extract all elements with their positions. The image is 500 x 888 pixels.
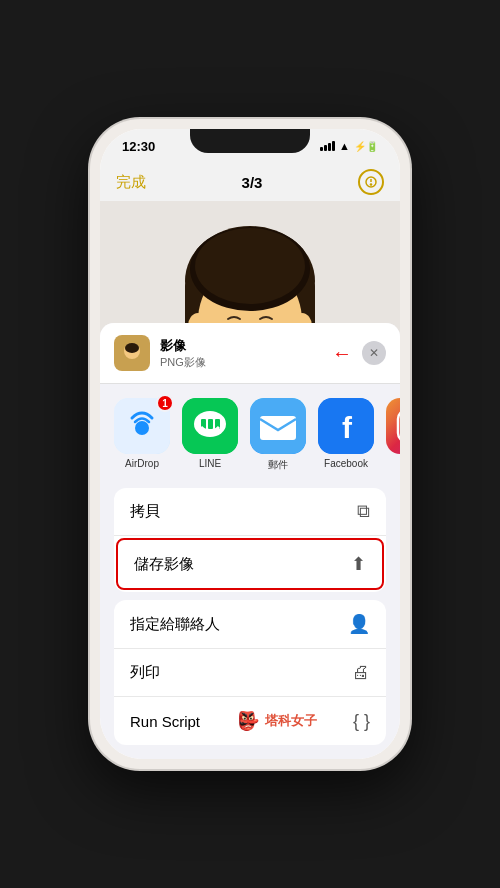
facebook-icon: f <box>318 398 374 454</box>
person-icon: 👤 <box>348 613 370 635</box>
action-save-image[interactable]: 儲存影像 ⬆ <box>116 538 384 590</box>
app-item-instagram[interactable]: Ins <box>386 398 400 472</box>
wifi-icon: ▲ <box>339 140 350 152</box>
svg-rect-18 <box>208 419 213 429</box>
nav-bar: 完成 3/3 <box>100 163 400 201</box>
share-header: 影像 PNG影像 ← ✕ <box>100 323 400 384</box>
svg-point-12 <box>125 343 139 353</box>
braces-icon: { } <box>353 711 370 732</box>
line-icon <box>182 398 238 454</box>
mail-label: 郵件 <box>268 458 288 472</box>
done-button[interactable]: 完成 <box>116 173 146 192</box>
action-list-2: 指定給聯絡人 👤 列印 🖨 Run Script 👺 塔科女子 { } <box>114 600 386 745</box>
instagram-icon <box>386 398 400 454</box>
svg-rect-21 <box>260 416 296 440</box>
share-thumbnail <box>114 335 150 371</box>
action-print[interactable]: 列印 🖨 <box>114 649 386 697</box>
phone-screen: 12:30 ▲ ⚡🔋 完成 3/3 <box>100 129 400 759</box>
status-time: 12:30 <box>122 139 155 154</box>
share-file-subtitle: PNG影像 <box>160 355 318 370</box>
red-arrow-indicator: ← <box>332 342 352 365</box>
svg-text:f: f <box>342 411 353 444</box>
app-item-line[interactable]: LINE <box>182 398 238 472</box>
save-icon: ⬆ <box>351 553 366 575</box>
svg-point-7 <box>195 228 305 304</box>
app-item-facebook[interactable]: f Facebook <box>318 398 374 472</box>
action-list-1: 拷貝 ⧉ 儲存影像 ⬆ <box>114 488 386 592</box>
facebook-label: Facebook <box>324 458 368 469</box>
action-print-label: 列印 <box>130 663 160 682</box>
action-copy[interactable]: 拷貝 ⧉ <box>114 488 386 536</box>
watermark-text: 塔科女子 <box>265 712 317 730</box>
action-run-script[interactable]: Run Script 👺 塔科女子 { } <box>114 697 386 745</box>
share-file-title: 影像 <box>160 337 318 355</box>
app-item-mail[interactable]: 郵件 <box>250 398 306 472</box>
battery-icon: ⚡🔋 <box>354 141 378 152</box>
phone-frame: 12:30 ▲ ⚡🔋 完成 3/3 <box>90 119 410 769</box>
app-icons-row: 1 AirDrop <box>100 384 400 480</box>
action-assign-contact[interactable]: 指定給聯絡人 👤 <box>114 600 386 649</box>
notch <box>190 129 310 153</box>
action-save-label: 儲存影像 <box>134 555 194 574</box>
watermark-emoji: 👺 <box>237 710 259 732</box>
airdrop-badge: 1 <box>156 394 174 412</box>
share-file-info: 影像 PNG影像 <box>160 337 318 370</box>
airdrop-label: AirDrop <box>125 458 159 469</box>
image-thumb-icon <box>120 341 144 365</box>
action-script-label: Run Script <box>130 713 200 730</box>
mail-icon <box>250 398 306 454</box>
signal-icon <box>320 141 335 151</box>
share-sheet: 影像 PNG影像 ← ✕ <box>100 323 400 759</box>
action-assign-label: 指定給聯絡人 <box>130 615 220 634</box>
copy-icon: ⧉ <box>357 501 370 522</box>
svg-point-2 <box>370 184 371 185</box>
app-item-airdrop[interactable]: 1 AirDrop <box>114 398 170 472</box>
page-title: 3/3 <box>242 174 263 191</box>
share-close-button[interactable]: ✕ <box>362 341 386 365</box>
svg-point-14 <box>135 421 149 435</box>
action-copy-label: 拷貝 <box>130 502 160 521</box>
print-icon: 🖨 <box>352 662 370 683</box>
nav-action-icon[interactable] <box>358 169 384 195</box>
status-icons: ▲ ⚡🔋 <box>320 140 378 152</box>
line-label: LINE <box>199 458 221 469</box>
